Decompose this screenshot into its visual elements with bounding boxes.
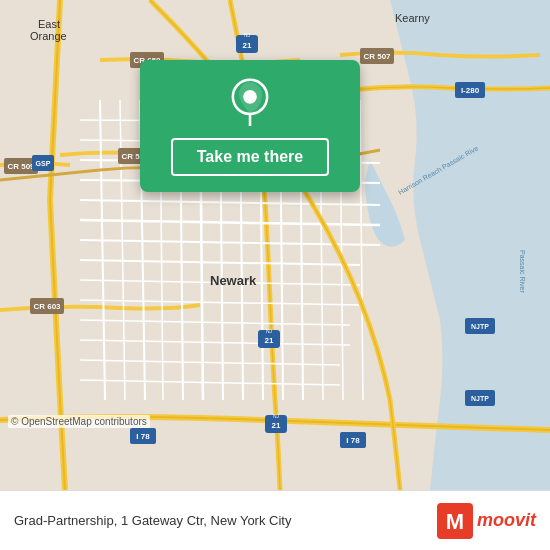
moovit-logo: M moovit — [437, 503, 536, 539]
take-me-there-button[interactable]: Take me there — [171, 138, 329, 176]
svg-text:NJ: NJ — [244, 32, 251, 38]
svg-text:NJTP: NJTP — [471, 323, 489, 330]
address-text: Grad-Partnership, 1 Gateway Ctr, New Yor… — [14, 513, 437, 528]
location-card: Take me there — [140, 60, 360, 192]
svg-text:21: 21 — [272, 421, 281, 430]
map-container: 21 NJ 21 NJ 21 NJ CR 658 CR 507 CR 500 C… — [0, 0, 550, 490]
svg-text:Passaic River: Passaic River — [519, 250, 526, 293]
svg-text:M: M — [446, 509, 464, 534]
svg-text:CR 603: CR 603 — [33, 302, 61, 311]
svg-text:Orange: Orange — [30, 30, 67, 42]
svg-text:Newark: Newark — [210, 273, 257, 288]
moovit-wordmark: moovit — [477, 510, 536, 531]
svg-text:21: 21 — [243, 41, 252, 50]
svg-text:NJTP: NJTP — [471, 395, 489, 402]
svg-text:I 78: I 78 — [346, 436, 360, 445]
moovit-icon: M — [437, 503, 473, 539]
svg-text:Kearny: Kearny — [395, 12, 430, 24]
svg-text:21: 21 — [265, 336, 274, 345]
bottom-bar: Grad-Partnership, 1 Gateway Ctr, New Yor… — [0, 490, 550, 550]
svg-text:I-280: I-280 — [461, 86, 480, 95]
svg-text:NJ: NJ — [273, 413, 280, 419]
svg-text:CR 507: CR 507 — [363, 52, 391, 61]
svg-text:GSP: GSP — [36, 160, 51, 167]
pin-icon — [226, 78, 274, 126]
svg-text:NJ: NJ — [266, 328, 273, 334]
svg-text:CR 509: CR 509 — [7, 162, 35, 171]
svg-text:East: East — [38, 18, 60, 30]
osm-credit: © OpenStreetMap contributors — [8, 415, 150, 428]
svg-text:I 78: I 78 — [136, 432, 150, 441]
